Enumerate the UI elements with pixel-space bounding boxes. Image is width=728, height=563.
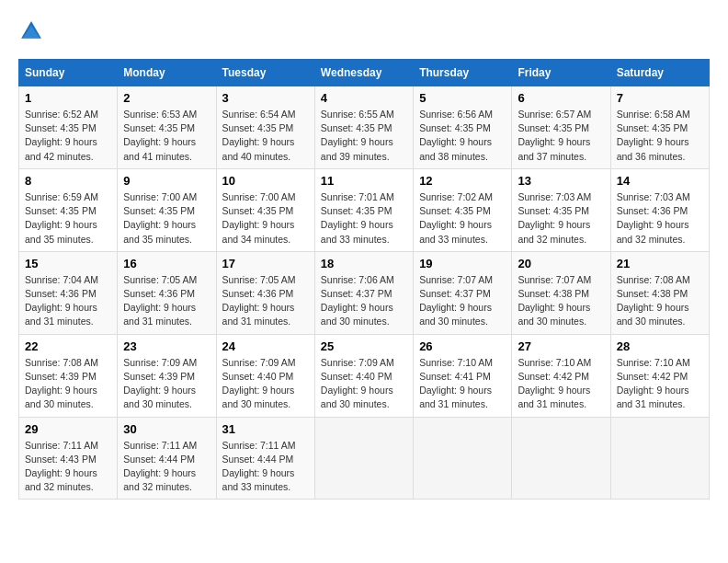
calendar-week-4: 22Sunrise: 7:08 AMSunset: 4:39 PMDayligh… xyxy=(19,334,710,417)
day-number: 13 xyxy=(518,174,604,188)
day-number: 8 xyxy=(25,174,111,188)
day-number: 25 xyxy=(321,339,407,353)
calendar-cell xyxy=(610,417,709,500)
calendar-cell: 25Sunrise: 7:09 AMSunset: 4:40 PMDayligh… xyxy=(314,334,413,417)
calendar-cell: 18Sunrise: 7:06 AMSunset: 4:37 PMDayligh… xyxy=(314,251,413,334)
day-info: Sunrise: 7:08 AMSunset: 4:39 PMDaylight:… xyxy=(25,356,111,412)
day-info: Sunrise: 6:52 AMSunset: 4:35 PMDaylight:… xyxy=(25,108,111,164)
col-header-thursday: Thursday xyxy=(414,60,512,86)
day-number: 30 xyxy=(123,422,210,436)
day-info: Sunrise: 7:03 AMSunset: 4:36 PMDaylight:… xyxy=(617,190,703,247)
calendar-cell: 6Sunrise: 6:57 AMSunset: 4:35 PMDaylight… xyxy=(512,86,610,169)
day-info: Sunrise: 7:10 AMSunset: 4:41 PMDaylight:… xyxy=(419,356,506,412)
calendar-cell: 20Sunrise: 7:07 AMSunset: 4:38 PMDayligh… xyxy=(512,251,610,334)
logo xyxy=(18,18,48,44)
day-info: Sunrise: 7:06 AMSunset: 4:37 PMDaylight:… xyxy=(321,273,407,329)
day-info: Sunrise: 7:05 AMSunset: 4:36 PMDaylight:… xyxy=(123,273,210,329)
page-header xyxy=(18,18,710,44)
day-info: Sunrise: 7:10 AMSunset: 4:42 PMDaylight:… xyxy=(518,356,604,412)
day-info: Sunrise: 7:05 AMSunset: 4:36 PMDaylight:… xyxy=(222,273,309,329)
calendar-cell: 22Sunrise: 7:08 AMSunset: 4:39 PMDayligh… xyxy=(19,334,118,417)
calendar-cell xyxy=(314,417,413,500)
day-info: Sunrise: 6:53 AMSunset: 4:35 PMDaylight:… xyxy=(123,108,210,164)
calendar-week-2: 8Sunrise: 6:59 AMSunset: 4:35 PMDaylight… xyxy=(19,168,710,251)
day-number: 31 xyxy=(222,422,309,436)
day-info: Sunrise: 7:00 AMSunset: 4:35 PMDaylight:… xyxy=(222,190,309,247)
day-info: Sunrise: 7:00 AMSunset: 4:35 PMDaylight:… xyxy=(123,190,210,247)
calendar-cell: 2Sunrise: 6:53 AMSunset: 4:35 PMDaylight… xyxy=(118,86,216,169)
day-info: Sunrise: 7:09 AMSunset: 4:39 PMDaylight:… xyxy=(123,356,210,412)
col-header-wednesday: Wednesday xyxy=(314,60,413,86)
day-info: Sunrise: 7:01 AMSunset: 4:35 PMDaylight:… xyxy=(321,190,407,247)
calendar-cell: 5Sunrise: 6:56 AMSunset: 4:35 PMDaylight… xyxy=(414,86,512,169)
day-info: Sunrise: 7:07 AMSunset: 4:38 PMDaylight:… xyxy=(518,273,604,329)
calendar-cell: 13Sunrise: 7:03 AMSunset: 4:35 PMDayligh… xyxy=(512,168,610,251)
day-number: 23 xyxy=(123,339,210,353)
day-number: 2 xyxy=(123,91,210,105)
day-number: 29 xyxy=(25,422,111,436)
day-number: 9 xyxy=(123,174,210,188)
day-number: 26 xyxy=(419,339,506,353)
calendar-cell: 31Sunrise: 7:11 AMSunset: 4:44 PMDayligh… xyxy=(216,417,314,500)
day-number: 5 xyxy=(419,91,506,105)
calendar-cell: 19Sunrise: 7:07 AMSunset: 4:37 PMDayligh… xyxy=(414,251,512,334)
calendar-cell: 24Sunrise: 7:09 AMSunset: 4:40 PMDayligh… xyxy=(216,334,314,417)
calendar-cell: 7Sunrise: 6:58 AMSunset: 4:35 PMDaylight… xyxy=(610,86,709,169)
day-number: 6 xyxy=(518,91,604,105)
day-info: Sunrise: 6:56 AMSunset: 4:35 PMDaylight:… xyxy=(419,108,506,164)
day-number: 20 xyxy=(518,257,604,270)
col-header-tuesday: Tuesday xyxy=(216,60,314,86)
calendar-cell xyxy=(512,417,610,500)
calendar-cell: 11Sunrise: 7:01 AMSunset: 4:35 PMDayligh… xyxy=(314,168,413,251)
col-header-friday: Friday xyxy=(512,60,610,86)
day-info: Sunrise: 7:03 AMSunset: 4:35 PMDaylight:… xyxy=(518,190,604,247)
calendar-week-5: 29Sunrise: 7:11 AMSunset: 4:43 PMDayligh… xyxy=(19,417,710,500)
day-info: Sunrise: 6:59 AMSunset: 4:35 PMDaylight:… xyxy=(25,190,111,247)
calendar-cell: 16Sunrise: 7:05 AMSunset: 4:36 PMDayligh… xyxy=(118,251,216,334)
day-info: Sunrise: 6:55 AMSunset: 4:35 PMDaylight:… xyxy=(321,108,407,164)
day-number: 17 xyxy=(222,257,309,270)
day-info: Sunrise: 7:09 AMSunset: 4:40 PMDaylight:… xyxy=(222,356,309,412)
day-number: 22 xyxy=(25,339,111,353)
day-number: 3 xyxy=(222,91,309,105)
day-number: 21 xyxy=(617,257,703,270)
calendar-cell: 30Sunrise: 7:11 AMSunset: 4:44 PMDayligh… xyxy=(118,417,216,500)
calendar-cell: 26Sunrise: 7:10 AMSunset: 4:41 PMDayligh… xyxy=(414,334,512,417)
day-info: Sunrise: 7:11 AMSunset: 4:43 PMDaylight:… xyxy=(25,439,111,495)
day-info: Sunrise: 7:04 AMSunset: 4:36 PMDaylight:… xyxy=(25,273,111,329)
day-number: 28 xyxy=(617,339,703,353)
col-header-monday: Monday xyxy=(118,60,216,86)
calendar-week-1: 1Sunrise: 6:52 AMSunset: 4:35 PMDaylight… xyxy=(19,86,710,169)
day-number: 18 xyxy=(321,257,407,270)
day-info: Sunrise: 7:07 AMSunset: 4:37 PMDaylight:… xyxy=(419,273,506,329)
day-info: Sunrise: 6:57 AMSunset: 4:35 PMDaylight:… xyxy=(518,108,604,164)
day-info: Sunrise: 7:11 AMSunset: 4:44 PMDaylight:… xyxy=(222,439,309,495)
logo-icon xyxy=(18,18,44,44)
day-info: Sunrise: 7:08 AMSunset: 4:38 PMDaylight:… xyxy=(617,273,703,329)
calendar-cell: 27Sunrise: 7:10 AMSunset: 4:42 PMDayligh… xyxy=(512,334,610,417)
calendar-cell: 15Sunrise: 7:04 AMSunset: 4:36 PMDayligh… xyxy=(19,251,118,334)
col-header-sunday: Sunday xyxy=(19,60,118,86)
calendar-cell: 3Sunrise: 6:54 AMSunset: 4:35 PMDaylight… xyxy=(216,86,314,169)
calendar-week-3: 15Sunrise: 7:04 AMSunset: 4:36 PMDayligh… xyxy=(19,251,710,334)
calendar-cell: 14Sunrise: 7:03 AMSunset: 4:36 PMDayligh… xyxy=(610,168,709,251)
col-header-saturday: Saturday xyxy=(610,60,709,86)
day-info: Sunrise: 7:11 AMSunset: 4:44 PMDaylight:… xyxy=(123,439,210,495)
day-info: Sunrise: 7:10 AMSunset: 4:42 PMDaylight:… xyxy=(617,356,703,412)
calendar-cell: 17Sunrise: 7:05 AMSunset: 4:36 PMDayligh… xyxy=(216,251,314,334)
calendar-cell: 28Sunrise: 7:10 AMSunset: 4:42 PMDayligh… xyxy=(610,334,709,417)
calendar-cell: 9Sunrise: 7:00 AMSunset: 4:35 PMDaylight… xyxy=(118,168,216,251)
day-number: 16 xyxy=(123,257,210,270)
calendar-cell: 12Sunrise: 7:02 AMSunset: 4:35 PMDayligh… xyxy=(414,168,512,251)
day-info: Sunrise: 7:02 AMSunset: 4:35 PMDaylight:… xyxy=(419,190,506,247)
day-number: 15 xyxy=(25,257,111,270)
calendar-cell xyxy=(414,417,512,500)
calendar-cell: 21Sunrise: 7:08 AMSunset: 4:38 PMDayligh… xyxy=(610,251,709,334)
day-number: 7 xyxy=(617,91,703,105)
day-number: 27 xyxy=(518,339,604,353)
day-number: 14 xyxy=(617,174,703,188)
day-number: 24 xyxy=(222,339,309,353)
day-info: Sunrise: 6:58 AMSunset: 4:35 PMDaylight:… xyxy=(617,108,703,164)
day-number: 10 xyxy=(222,174,309,188)
day-info: Sunrise: 7:09 AMSunset: 4:40 PMDaylight:… xyxy=(321,356,407,412)
